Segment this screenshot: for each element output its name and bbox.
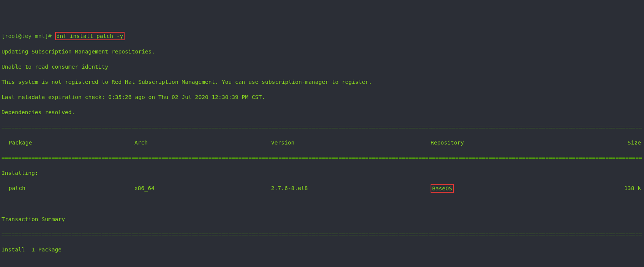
cell-size: 138 k	[571, 184, 642, 193]
repo-highlight: BaseOS	[431, 184, 454, 193]
col-repository: Repository	[431, 139, 571, 146]
installing-heading: Installing:	[2, 169, 642, 177]
output-line: Dependencies resolved.	[2, 108, 642, 116]
blank-line	[2, 200, 642, 208]
table-header: PackageArchVersionRepositorySize	[2, 139, 642, 146]
prompt-prefix: [root@ley mnt]#	[2, 33, 52, 39]
cell-package: patch	[2, 184, 134, 193]
cell-arch: x86_64	[134, 184, 271, 193]
output-line: Install 1 Package	[2, 246, 642, 253]
divider: ========================================…	[2, 231, 642, 238]
cell-version: 2.7.6-8.el8	[271, 184, 431, 193]
col-version: Version	[271, 139, 431, 146]
table-row: patchx86_642.7.6-8.el8BaseOS138 k	[2, 184, 642, 193]
output-line: Last metadata expiration check: 0:35:26 …	[2, 93, 642, 101]
cell-repository: BaseOS	[431, 184, 571, 193]
col-size: Size	[571, 139, 642, 146]
terminal[interactable]: [root@ley mnt]# dnf install patch -y Upd…	[2, 24, 642, 267]
output-line: Updating Subscription Management reposit…	[2, 48, 642, 55]
output-line: This system is not registered to Red Hat…	[2, 78, 642, 86]
output-line: Unable to read consumer identity	[2, 63, 642, 71]
divider: ========================================…	[2, 154, 642, 162]
blank-line	[2, 261, 642, 267]
transaction-summary-heading: Transaction Summary	[2, 215, 642, 223]
col-arch: Arch	[134, 139, 271, 146]
col-package: Package	[2, 139, 134, 146]
command-highlight: dnf install patch -y	[55, 32, 125, 40]
prompt-line: [root@ley mnt]# dnf install patch -y	[2, 32, 642, 40]
divider: ========================================…	[2, 124, 642, 131]
